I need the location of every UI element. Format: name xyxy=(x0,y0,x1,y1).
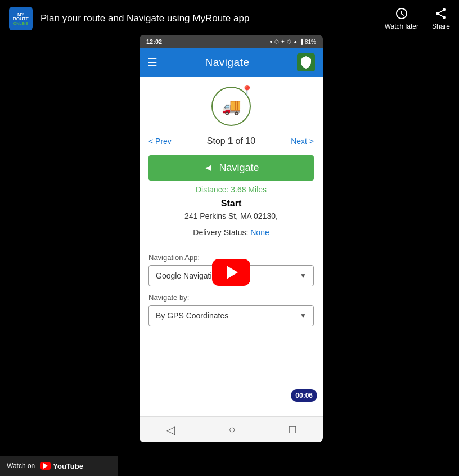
battery-text: 81% xyxy=(305,39,316,45)
play-triangle-icon xyxy=(227,266,238,279)
youtube-logo[interactable]: YouTube xyxy=(40,462,83,470)
stop-header: 🚚 📍 xyxy=(140,77,323,132)
header: MY ROUTE ONLINE Plan your route and Navi… xyxy=(0,0,459,37)
wifi-icon: ▲ xyxy=(293,39,298,44)
svg-text:ROUTE: ROUTE xyxy=(13,16,29,21)
share-button[interactable]: Share xyxy=(432,7,450,30)
navigation-app-value: Google Navigation xyxy=(156,271,220,280)
stop-text: Stop xyxy=(207,136,228,146)
navigate-arrow-icon: ◄ xyxy=(204,162,214,174)
location-icon: ⬡ xyxy=(287,39,291,44)
watch-later-label: Watch later xyxy=(385,23,418,30)
phone-frame: 12:02 ● ⬡ ✦ ⬡ ▲ ▐ 81% ☰ Navigate 🚚 📍 xyxy=(140,35,323,442)
truck-icon: 🚚 xyxy=(222,97,241,116)
status-time: 12:02 xyxy=(146,38,162,45)
watch-later-icon xyxy=(395,7,408,20)
address-text: 241 Perkins St, MA 02130, xyxy=(140,209,323,224)
divider xyxy=(151,243,312,243)
status-icons: ● ⬡ ✦ ⬡ ▲ ▐ 81% xyxy=(269,39,316,45)
home-nav-icon[interactable]: ○ xyxy=(228,423,235,436)
play-button[interactable] xyxy=(212,259,250,286)
share-icon xyxy=(434,7,448,20)
navigate-by-value: By GPS Coordinates xyxy=(156,311,228,320)
header-actions: Watch later Share xyxy=(385,7,450,30)
bluetooth-icon: ⬡ xyxy=(274,39,279,44)
youtube-icon xyxy=(40,462,51,470)
app-bar: ☰ Navigate xyxy=(140,48,323,77)
pin-icon: 📍 xyxy=(241,84,253,97)
next-stop-button[interactable]: Next > xyxy=(291,137,314,146)
navigate-by-dropdown-icon: ▼ xyxy=(300,312,307,320)
hamburger-menu-icon[interactable]: ☰ xyxy=(147,56,158,69)
notification-dot: ● xyxy=(269,39,272,44)
stop-info: Stop 1 of 10 xyxy=(207,136,255,146)
bottom-navigation: ◁ ○ □ xyxy=(140,416,323,442)
delivery-status-label: Delivery Status: xyxy=(193,228,250,237)
signal-icon: ▐ xyxy=(300,39,303,44)
truck-icon-container: 🚚 📍 xyxy=(212,87,251,126)
svg-text:ONLINE: ONLINE xyxy=(14,21,29,25)
header-title: Plan your route and Navigate using MyRou… xyxy=(40,13,385,24)
navigation-app-dropdown-icon: ▼ xyxy=(300,272,307,280)
volume-icon: ✦ xyxy=(281,39,285,44)
status-bar: 12:02 ● ⬡ ✦ ⬡ ▲ ▐ 81% xyxy=(140,35,323,48)
watch-on-text: Watch on xyxy=(7,462,35,470)
navigate-by-select[interactable]: By GPS Coordinates ▼ xyxy=(148,305,314,326)
stop-navigation-row: < Prev Stop 1 of 10 Next > xyxy=(140,132,323,151)
youtube-text: YouTube xyxy=(53,462,83,470)
share-label: Share xyxy=(432,23,450,30)
youtube-watch-bar: Watch on YouTube xyxy=(0,456,118,476)
prev-stop-button[interactable]: < Prev xyxy=(148,137,172,146)
content-area: 🚚 📍 < Prev Stop 1 of 10 Next > ◄ Navigat… xyxy=(140,77,323,416)
stop-total: of 10 xyxy=(233,136,255,146)
delivery-status: Delivery Status: None xyxy=(140,228,323,237)
shield-badge-icon xyxy=(297,53,315,71)
recents-nav-icon[interactable]: □ xyxy=(289,423,296,436)
stop-number: 1 xyxy=(228,136,233,146)
back-nav-icon[interactable]: ◁ xyxy=(166,423,175,437)
youtube-play-icon xyxy=(43,463,48,469)
app-bar-title: Navigate xyxy=(205,56,250,69)
navigate-by-label: Navigate by: xyxy=(148,293,314,302)
app-logo: MY ROUTE ONLINE xyxy=(9,7,33,30)
watch-later-button[interactable]: Watch later xyxy=(385,7,418,30)
navigate-button[interactable]: ◄ Navigate xyxy=(148,155,314,181)
delivery-status-value[interactable]: None xyxy=(250,228,269,237)
start-label: Start xyxy=(140,199,323,209)
navigate-button-label: Navigate xyxy=(219,162,259,174)
distance-text: Distance: 3.68 Miles xyxy=(140,185,323,194)
timer-badge: 00:06 xyxy=(291,389,317,402)
